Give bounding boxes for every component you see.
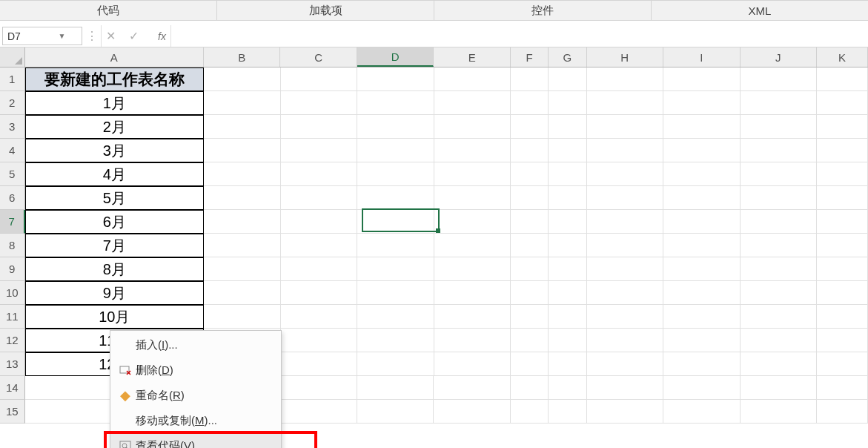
cell-B5[interactable] bbox=[204, 162, 281, 186]
cell-E10[interactable] bbox=[434, 281, 511, 305]
ribbon-group-addins[interactable]: 加载项 bbox=[217, 1, 434, 20]
column-header-K[interactable]: K bbox=[817, 47, 868, 67]
cell-F3[interactable] bbox=[511, 115, 549, 139]
cell-I15[interactable] bbox=[663, 400, 741, 424]
column-header-A[interactable]: A bbox=[25, 47, 204, 67]
cell-D10[interactable] bbox=[357, 281, 434, 305]
cell-D2[interactable] bbox=[357, 91, 434, 115]
cell-I2[interactable] bbox=[663, 91, 741, 115]
cell-F7[interactable] bbox=[511, 210, 549, 234]
cell-E11[interactable] bbox=[434, 305, 511, 329]
cell-J2[interactable] bbox=[741, 91, 818, 115]
cell-E13[interactable] bbox=[434, 352, 511, 376]
cell-F2[interactable] bbox=[511, 91, 549, 115]
menu-item-1[interactable]: 删除(D) bbox=[110, 358, 281, 383]
cell-I4[interactable] bbox=[663, 139, 741, 162]
cell-F9[interactable] bbox=[511, 257, 549, 281]
cell-I10[interactable] bbox=[663, 281, 741, 305]
cell-H11[interactable] bbox=[587, 305, 664, 329]
cell-D1[interactable] bbox=[357, 67, 434, 91]
cell-B9[interactable] bbox=[204, 257, 281, 281]
cell-J1[interactable] bbox=[741, 67, 818, 91]
ribbon-group-controls[interactable]: 控件 bbox=[434, 1, 652, 20]
cell-F5[interactable] bbox=[511, 162, 549, 186]
row-header-8[interactable]: 8 bbox=[0, 234, 25, 257]
cell-K2[interactable] bbox=[817, 91, 868, 115]
column-header-E[interactable]: E bbox=[434, 47, 511, 67]
cell-I11[interactable] bbox=[663, 305, 741, 329]
cell-K7[interactable] bbox=[817, 210, 868, 234]
cell-E7[interactable] bbox=[434, 210, 511, 234]
cell-K12[interactable] bbox=[817, 329, 868, 352]
cell-J8[interactable] bbox=[741, 234, 818, 257]
cell-E2[interactable] bbox=[434, 91, 511, 115]
cell-A9[interactable]: 8月 bbox=[25, 257, 204, 281]
cell-F13[interactable] bbox=[511, 352, 549, 376]
cell-C10[interactable] bbox=[281, 281, 358, 305]
cell-J6[interactable] bbox=[741, 186, 818, 210]
cell-I1[interactable] bbox=[663, 67, 741, 91]
row-header-5[interactable]: 5 bbox=[0, 162, 25, 186]
cell-D14[interactable] bbox=[357, 376, 434, 400]
cell-D7[interactable] bbox=[357, 210, 434, 234]
ribbon-group-code[interactable]: 代码 bbox=[0, 1, 217, 20]
cell-B2[interactable] bbox=[204, 91, 281, 115]
column-header-H[interactable]: H bbox=[587, 47, 664, 67]
cell-I9[interactable] bbox=[663, 257, 741, 281]
cell-E5[interactable] bbox=[434, 162, 511, 186]
column-header-D[interactable]: D bbox=[357, 47, 434, 67]
cell-A11[interactable]: 10月 bbox=[25, 305, 204, 329]
cell-H13[interactable] bbox=[587, 352, 664, 376]
cell-F4[interactable] bbox=[511, 139, 549, 162]
cell-C9[interactable] bbox=[281, 257, 358, 281]
cell-A8[interactable]: 7月 bbox=[25, 234, 204, 257]
row-header-7[interactable]: 7 bbox=[0, 210, 25, 234]
cell-G10[interactable] bbox=[549, 281, 586, 305]
cell-I3[interactable] bbox=[663, 115, 741, 139]
cell-C7[interactable] bbox=[281, 210, 358, 234]
cell-C11[interactable] bbox=[281, 305, 358, 329]
cell-A7[interactable]: 6月 bbox=[25, 210, 204, 234]
cell-J11[interactable] bbox=[741, 305, 818, 329]
row-header-6[interactable]: 6 bbox=[0, 186, 25, 210]
column-header-F[interactable]: F bbox=[511, 47, 549, 67]
cell-B10[interactable] bbox=[204, 281, 281, 305]
cell-G3[interactable] bbox=[549, 115, 586, 139]
fx-icon[interactable]: fx bbox=[158, 30, 166, 42]
cell-H6[interactable] bbox=[587, 186, 664, 210]
column-header-G[interactable]: G bbox=[549, 47, 586, 67]
name-box[interactable]: D7 ▼ bbox=[2, 27, 82, 45]
cell-J13[interactable] bbox=[741, 352, 818, 376]
column-header-C[interactable]: C bbox=[280, 47, 357, 67]
cell-J10[interactable] bbox=[741, 281, 818, 305]
row-header-3[interactable]: 3 bbox=[0, 115, 25, 139]
row-header-11[interactable]: 11 bbox=[0, 305, 25, 329]
cell-J4[interactable] bbox=[741, 139, 818, 162]
cell-B1[interactable] bbox=[204, 67, 281, 91]
cell-C3[interactable] bbox=[281, 115, 358, 139]
cell-K6[interactable] bbox=[817, 186, 868, 210]
cell-B4[interactable] bbox=[204, 139, 281, 162]
cell-J12[interactable] bbox=[741, 329, 818, 352]
cell-H4[interactable] bbox=[587, 139, 664, 162]
cell-H2[interactable] bbox=[587, 91, 664, 115]
row-header-13[interactable]: 13 bbox=[0, 352, 25, 376]
menu-item-0[interactable]: 插入(I)... bbox=[110, 332, 281, 358]
chevron-down-icon[interactable]: ▼ bbox=[42, 32, 82, 40]
cell-A10[interactable]: 9月 bbox=[25, 281, 204, 305]
cell-K9[interactable] bbox=[817, 257, 868, 281]
cell-D6[interactable] bbox=[357, 186, 434, 210]
cell-H9[interactable] bbox=[587, 257, 664, 281]
cell-C15[interactable] bbox=[280, 400, 357, 424]
cell-K15[interactable] bbox=[817, 400, 868, 424]
cell-H5[interactable] bbox=[587, 162, 664, 186]
cell-J7[interactable] bbox=[741, 210, 818, 234]
cell-D13[interactable] bbox=[357, 352, 434, 376]
cell-B7[interactable] bbox=[204, 210, 281, 234]
row-header-9[interactable]: 9 bbox=[0, 257, 25, 281]
row-header-10[interactable]: 10 bbox=[0, 281, 25, 305]
cell-K8[interactable] bbox=[817, 234, 868, 257]
cell-G14[interactable] bbox=[549, 376, 586, 400]
cell-A6[interactable]: 5月 bbox=[25, 186, 204, 210]
cell-E3[interactable] bbox=[434, 115, 511, 139]
